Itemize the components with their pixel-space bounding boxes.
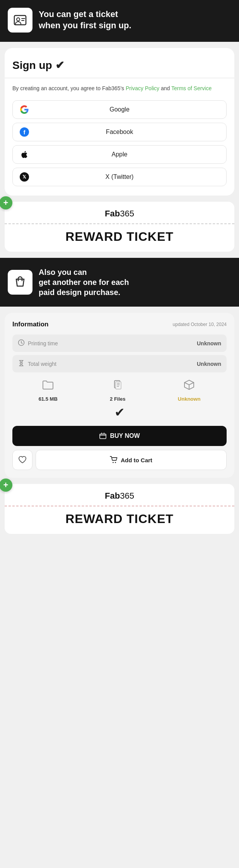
facebook-auth-button[interactable]: f Facebook bbox=[12, 123, 227, 141]
total-weight-value: Unknown bbox=[197, 361, 221, 367]
reward-ticket-1: Fab365 REWARD TICKET bbox=[5, 202, 234, 252]
signup-checkmark-icon: ✔ bbox=[55, 59, 64, 72]
second-banner-text: Also you can get another one for each pa… bbox=[39, 267, 129, 297]
file-size-item: 61.5 MB bbox=[39, 379, 58, 402]
google-auth-button[interactable]: Google bbox=[12, 100, 227, 119]
reward-ticket-2-container: + Fab365 REWARD TICKET bbox=[5, 484, 234, 534]
clock-icon bbox=[18, 339, 25, 347]
info-updated-date: updated October 10, 2024 bbox=[173, 322, 227, 327]
facebook-icon: f bbox=[20, 127, 29, 137]
files-icon bbox=[111, 379, 124, 394]
svg-point-8 bbox=[113, 462, 114, 463]
printing-time-row: Printing time Unknown bbox=[12, 335, 227, 352]
bottom-action-row: Add to Cart bbox=[12, 450, 227, 470]
twitter-label: X (Twitter) bbox=[106, 173, 134, 180]
printing-time-label-group: Printing time bbox=[18, 339, 58, 347]
unknown-label: Unknown bbox=[178, 396, 201, 402]
add-to-cart-button[interactable]: Add to Cart bbox=[36, 450, 227, 470]
ticket-2-divider bbox=[5, 506, 234, 506]
info-card: Information updated October 10, 2024 Pri… bbox=[5, 313, 234, 478]
svg-point-1 bbox=[17, 18, 20, 21]
buy-now-button[interactable]: BUY NOW bbox=[12, 426, 227, 446]
box-icon bbox=[183, 379, 195, 394]
cart-icon bbox=[110, 456, 118, 464]
folder-icon bbox=[42, 379, 54, 394]
total-weight-label: Total weight bbox=[28, 361, 56, 367]
signup-title: Sign up bbox=[12, 59, 52, 72]
svg-rect-0 bbox=[14, 15, 26, 25]
second-banner-icon bbox=[8, 270, 32, 295]
buy-now-label: BUY NOW bbox=[110, 432, 140, 439]
x-twitter-icon: 𝕏 bbox=[20, 172, 29, 182]
ticket-1-brand: Fab365 bbox=[105, 209, 134, 218]
wishlist-button[interactable] bbox=[12, 450, 32, 470]
ticket-1-bottom: REWARD TICKET bbox=[5, 224, 234, 252]
info-title: Information bbox=[12, 321, 49, 328]
ticket-1-top: Fab365 bbox=[5, 202, 234, 223]
total-weight-label-group: Total weight bbox=[18, 360, 56, 368]
agreement-text: By creating an account, you agree to Fab… bbox=[12, 84, 227, 93]
signup-card: Sign up ✔ By creating an account, you ag… bbox=[5, 48, 234, 196]
ticket-2-top: Fab365 bbox=[5, 484, 234, 506]
svg-rect-7 bbox=[100, 434, 106, 439]
ticket-2-bottom: REWARD TICKET bbox=[5, 506, 234, 534]
privacy-policy-link[interactable]: Privacy Policy bbox=[126, 85, 159, 91]
ticket-2-brand: Fab365 bbox=[105, 491, 134, 501]
ticket-1-title: REWARD TICKET bbox=[12, 230, 227, 244]
hourglass-icon bbox=[18, 360, 25, 368]
heart-icon bbox=[18, 456, 27, 464]
svg-point-9 bbox=[115, 462, 116, 463]
total-weight-row: Total weight Unknown bbox=[12, 355, 227, 372]
apple-auth-button[interactable]: Apple bbox=[12, 145, 227, 164]
top-banner-icon bbox=[8, 8, 32, 33]
id-card-icon bbox=[13, 13, 27, 27]
terms-of-service-link[interactable]: Terms of Service bbox=[171, 85, 212, 91]
signup-title-row: Sign up ✔ bbox=[12, 59, 227, 72]
verified-checkmark: ✔ bbox=[12, 405, 227, 420]
files-count-item: 2 Files bbox=[110, 379, 125, 402]
add-to-cart-label: Add to Cart bbox=[121, 457, 152, 463]
ticket-2-title: REWARD TICKET bbox=[12, 512, 227, 526]
apple-icon bbox=[20, 150, 29, 159]
facebook-label: Facebook bbox=[106, 129, 133, 136]
file-items-row: 61.5 MB 2 Files Unknown bbox=[12, 379, 227, 402]
printing-time-label: Printing time bbox=[28, 340, 58, 347]
top-banner: You can get a ticket when you first sign… bbox=[0, 0, 239, 42]
files-count-label: 2 Files bbox=[110, 396, 125, 402]
info-header: Information updated October 10, 2024 bbox=[12, 321, 227, 328]
apple-label: Apple bbox=[112, 151, 128, 158]
svg-rect-6 bbox=[116, 382, 121, 389]
top-banner-text: You can get a ticket when you first sign… bbox=[39, 9, 131, 31]
ticket-1-divider bbox=[5, 223, 234, 224]
twitter-auth-button[interactable]: 𝕏 X (Twitter) bbox=[12, 168, 227, 186]
unknown-item: Unknown bbox=[178, 379, 201, 402]
second-banner: Also you can get another one for each pa… bbox=[0, 258, 239, 307]
reward-ticket-2: Fab365 REWARD TICKET bbox=[5, 484, 234, 534]
google-label: Google bbox=[109, 106, 130, 113]
google-icon bbox=[20, 105, 29, 114]
printing-time-value: Unknown bbox=[197, 340, 221, 347]
title-divider bbox=[5, 78, 234, 78]
shopping-bag-icon bbox=[13, 275, 27, 289]
buy-now-icon bbox=[99, 432, 107, 440]
file-size-label: 61.5 MB bbox=[39, 396, 58, 402]
reward-ticket-1-container: + Fab365 REWARD TICKET bbox=[5, 202, 234, 252]
